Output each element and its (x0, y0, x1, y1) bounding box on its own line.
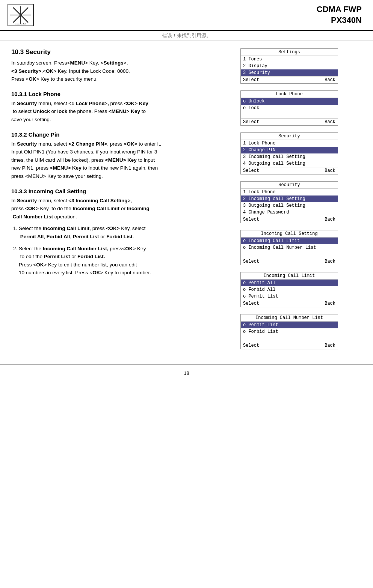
ui-row-security: 3 Security (241, 69, 338, 76)
ui-row-unlock: o Unlock (241, 98, 338, 105)
ui-bottom-security-1: Select Back (241, 167, 338, 174)
ui-back-lock-phone: Back (325, 119, 335, 125)
section-10-3-body: In standby screen, Press<MENU> Key, <Set… (11, 59, 229, 83)
incoming-call-steps: Select the Incoming Call Limit, press <O… (19, 224, 229, 277)
ui-title-incoming-limit: Incoming Call Limit (241, 272, 338, 280)
ui-title-security-1: Security (241, 133, 338, 140)
lock-phone-menu-ui: Lock Phone o Unlock o Lock Select Back (240, 90, 338, 126)
ui-row-permit-list: o Permit List (241, 293, 338, 300)
ui-row-number-list-empty (241, 335, 338, 342)
ui-row-tones: 1 Tones (241, 56, 338, 63)
settings-menu-ui: Settings 1 Tones 2 Display 3 Security Se… (240, 48, 338, 84)
ui-row-lock: o Lock (241, 105, 338, 111)
section-10-3-2-body: In Security menu, select <2 Change PIN>,… (11, 140, 229, 180)
ui-back-number-list: Back (325, 343, 335, 348)
security-menu-1-ui: Security 1 Lock Phone 2 Change PIN 3 Inc… (240, 132, 338, 174)
ui-row-forbid-list: o Forbid List (241, 328, 338, 335)
logo-box: axess·tel (8, 4, 34, 26)
ui-bottom-number-list: Select Back (241, 342, 338, 349)
ui-row-permit-list-2: o Permit List (241, 322, 338, 328)
ui-title-number-list: Incoming Call Number List (241, 314, 338, 322)
ui-select-incoming-setting: Select (243, 259, 259, 264)
ui-row-lock-empty (241, 111, 338, 118)
ui-bottom-incoming-limit: Select Back (241, 300, 338, 307)
ui-row-change-pin: 2 Change PIN (241, 147, 338, 153)
ui-bottom-lock-phone: Select Back (241, 118, 338, 125)
error-text: 错误！未找到引用源。 (0, 31, 373, 41)
ui-title-lock-phone: Lock Phone (241, 91, 338, 98)
ui-select-security-2: Select (243, 217, 259, 222)
ui-title-incoming-setting: Incoming Call Setting (241, 230, 338, 238)
logo-svg: axess·tel (9, 6, 32, 24)
ui-row-outgoing-call-setting: 3 Outgoing call Setting (241, 202, 338, 209)
ui-row-incoming-setting: 3 Incoming call Setting (241, 153, 338, 160)
ui-row-outgoing-setting: 4 Outgoing call Setting (241, 160, 338, 167)
ui-row-incoming-number-list: o Incoming Call Number List (241, 244, 338, 251)
ui-row-display: 2 Display (241, 63, 338, 69)
ui-row-incoming-limit: o Incoming Call Limit (241, 238, 338, 244)
step-1: Select the Incoming Call Limit, press <O… (19, 224, 229, 241)
ui-back-incoming-setting: Back (325, 259, 335, 264)
incoming-call-setting-ui: Incoming Call Setting o Incoming Call Li… (240, 230, 338, 265)
ui-select-settings: Select (243, 77, 259, 83)
incoming-call-limit-ui: Incoming Call Limit o Permit All o Forbi… (240, 272, 338, 307)
section-10-3-1-title: 10.3.1 Lock Phone (11, 91, 229, 97)
section-10-3-2-title: 10.3.2 Change Pin (11, 131, 229, 138)
ui-bottom-security-2: Select Back (241, 216, 338, 223)
section-10-3-3-title: 10.3.3 Incoming Call Setting (11, 188, 229, 194)
ui-select-incoming-limit: Select (243, 301, 259, 306)
product-title: CDMA FWP PX340N (317, 4, 362, 26)
ui-row-change-password: 4 Change Password (241, 209, 338, 216)
section-10-3-title: 10.3 Security (11, 48, 229, 56)
ui-row-forbid-all: o Forbid All (241, 286, 338, 293)
ui-row-permit-all: o Permit All (241, 280, 338, 286)
ui-bottom-settings: Select Back (241, 76, 338, 83)
page-footer: 18 (0, 364, 373, 382)
ui-title-security-2: Security (241, 182, 338, 189)
incoming-call-number-list-ui: Incoming Call Number List o Permit List … (240, 314, 338, 349)
ui-row-incoming-empty (241, 251, 338, 258)
ui-select-security-1: Select (243, 168, 259, 173)
ui-back-settings: Back (325, 77, 335, 83)
ui-row-incoming-call-setting: 2 Incoming call Setting (241, 195, 338, 202)
ui-title-settings: Settings (241, 49, 338, 56)
right-column: Settings 1 Tones 2 Display 3 Security Se… (240, 48, 338, 349)
step-2: Select the Incoming Call Number List, pr… (19, 245, 229, 277)
security-menu-2-ui: Security 1 Lock Phone 2 Incoming call Se… (240, 181, 338, 223)
section-10-3-3-body: In Security menu, select <3 Incoming Cal… (11, 197, 229, 221)
ui-select-lock-phone: Select (243, 119, 259, 125)
ui-row-lock-phone-2: 1 Lock Phone (241, 189, 338, 195)
ui-bottom-incoming-setting: Select Back (241, 258, 338, 265)
section-10-3-1-body: In Security menu, select <1 Lock Phone>,… (11, 99, 229, 124)
svg-text:axess·tel: axess·tel (15, 23, 26, 24)
ui-row-lock-phone-1: 1 Lock Phone (241, 140, 338, 147)
product-name-line1: CDMA FWP (317, 4, 362, 15)
page-number: 18 (184, 370, 189, 376)
ui-select-number-list: Select (243, 343, 259, 348)
page-header: axess·tel CDMA FWP PX340N (0, 0, 373, 31)
page-content: 10.3 Security In standby screen, Press<M… (0, 41, 373, 357)
ui-back-security-2: Back (325, 217, 335, 222)
ui-back-incoming-limit: Back (325, 301, 335, 306)
logo-area: axess·tel (8, 4, 38, 26)
product-name-line2: PX340N (317, 15, 362, 26)
left-column: 10.3 Security In standby screen, Press<M… (11, 48, 229, 349)
ui-back-security-1: Back (325, 168, 335, 173)
